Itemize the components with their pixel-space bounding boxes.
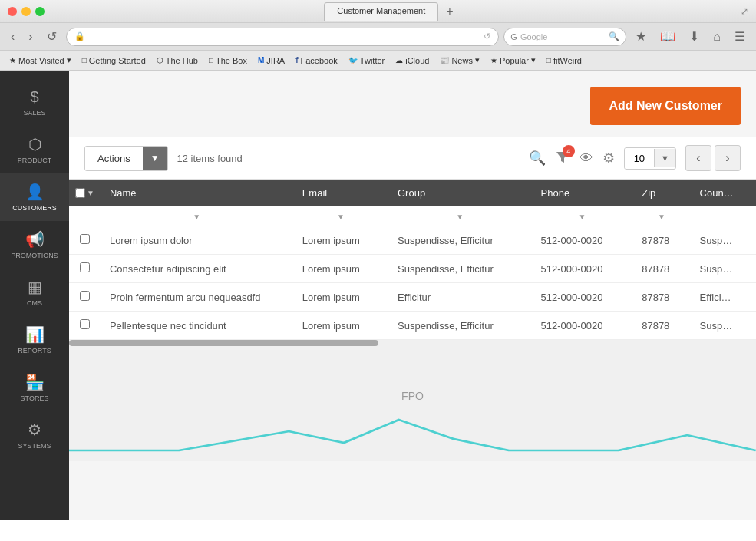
actions-label: Actions xyxy=(85,147,143,170)
row-name: Consectetur adipiscing elit xyxy=(101,255,293,283)
product-icon: ⬡ xyxy=(28,135,41,153)
maximize-button[interactable] xyxy=(35,7,45,16)
bookmark-twitter[interactable]: 🐦 Twitter xyxy=(344,54,389,67)
minimize-button[interactable] xyxy=(21,7,31,16)
row-zip: 87878 xyxy=(632,312,690,340)
app-container: $ SALES ⬡ PRODUCT 👤 CUSTOMERS 📢 PROMOTIO… xyxy=(0,71,756,520)
row-checkbox-1[interactable] xyxy=(80,262,90,272)
browser-tab[interactable]: Customer Management xyxy=(324,2,438,21)
fpo-area: FPO xyxy=(69,346,756,461)
bookmark-fitweird[interactable]: □ fitWeird xyxy=(542,54,586,67)
prev-page-button[interactable]: ‹ xyxy=(685,145,711,171)
bookmark-news[interactable]: 📰 News ▾ xyxy=(435,54,484,67)
bookmarks-bar: ★ Most Visited ▾ □ Getting Started ⬡ The… xyxy=(0,51,756,71)
sidebar-item-sales[interactable]: $ SALES xyxy=(0,79,69,126)
download-button[interactable]: ⬇ xyxy=(685,28,704,45)
bookmark-getting-started[interactable]: □ Getting Started xyxy=(78,54,150,67)
actions-arrow-icon: ▼ xyxy=(143,147,167,170)
news-icon: 📰 xyxy=(440,56,449,64)
customers-icon: 👤 xyxy=(25,183,45,201)
content-header: Add New Customer xyxy=(69,71,756,137)
header-name: Name xyxy=(101,180,293,206)
filter-group: ▼ xyxy=(388,206,532,226)
table-container: ▼ Name Email Group Phone Zip Coun… ▼ ▼ xyxy=(69,180,756,346)
facebook-icon: f xyxy=(295,56,298,64)
actions-dropdown[interactable]: Actions ▼ xyxy=(84,146,168,171)
toolbar-icons: 🔍 4 👁 ⚙ xyxy=(529,149,615,168)
row-checkbox-cell xyxy=(69,283,101,312)
row-checkbox-3[interactable] xyxy=(80,319,90,329)
header-zip: Zip xyxy=(632,180,690,206)
horizontal-scrollbar[interactable] xyxy=(69,340,756,346)
cms-icon: ▦ xyxy=(28,278,42,296)
row-checkbox-2[interactable] xyxy=(80,291,90,301)
select-all-checkbox[interactable] xyxy=(75,188,85,198)
sidebar-item-systems[interactable]: ⚙ SYSTEMS xyxy=(0,411,69,459)
resize-icon: ⤢ xyxy=(741,6,748,17)
row-checkbox-0[interactable] xyxy=(80,234,90,244)
pagination-controls: ‹ › xyxy=(685,145,741,171)
filter-icon[interactable]: 4 xyxy=(555,149,570,168)
row-phone: 512-000-0020 xyxy=(532,255,633,283)
fitweird-icon: □ xyxy=(546,56,551,64)
forward-button[interactable]: › xyxy=(24,28,37,45)
bookmark-popular[interactable]: ★ Popular ▾ xyxy=(486,54,540,67)
bookmark-jira[interactable]: M JIRA xyxy=(253,54,289,67)
header-group: Group xyxy=(388,180,532,206)
search-placeholder: Google xyxy=(520,32,606,41)
fpo-chart xyxy=(69,412,756,461)
row-email: Lorem ipsum xyxy=(293,255,388,283)
header-phone: Phone xyxy=(532,180,633,206)
settings-icon[interactable]: ⚙ xyxy=(602,150,615,167)
bookmark-facebook[interactable]: f Facebook xyxy=(291,54,342,67)
jira-icon: M xyxy=(258,56,264,64)
add-customer-button[interactable]: Add New Customer xyxy=(590,87,741,125)
table-row: Pellentesque nec tincidunt Lorem ipsum S… xyxy=(69,312,756,340)
systems-icon: ⚙ xyxy=(28,421,41,439)
filter-checkbox-col xyxy=(69,206,101,226)
row-country: Susp… xyxy=(691,312,756,340)
reading-button[interactable]: 📖 xyxy=(655,28,680,45)
home-button[interactable]: ⌂ xyxy=(708,28,725,45)
row-email: Lorem ipsum xyxy=(293,226,388,255)
refresh-button[interactable]: ↺ xyxy=(42,28,61,45)
bookmark-most-visited[interactable]: ★ Most Visited ▾ xyxy=(5,54,76,67)
popular-icon: ★ xyxy=(490,56,497,64)
sidebar-item-product[interactable]: ⬡ PRODUCT xyxy=(0,126,69,173)
filter-row: ▼ ▼ ▼ ▼ ▼ xyxy=(69,206,756,226)
row-name: Proin fermentum arcu nequeasdfd xyxy=(101,283,293,312)
browser-nav: ‹ › ↺ 🔒 ↺ G Google 🔍 ★ 📖 ⬇ ⌂ ☰ xyxy=(0,23,756,51)
search-icon: 🔍 xyxy=(609,31,619,41)
bookmark-button[interactable]: ★ xyxy=(631,28,651,45)
row-group: Suspendisse, Efficitur xyxy=(388,255,532,283)
table-body: Lorem ipsum dolor Lorem ipsum Suspendiss… xyxy=(69,226,756,340)
new-tab-button[interactable]: + xyxy=(438,2,461,21)
menu-button[interactable]: ☰ xyxy=(730,28,750,45)
row-group: Suspendisse, Efficitur xyxy=(388,312,532,340)
sidebar-item-promotions[interactable]: 📢 PROMOTIONS xyxy=(0,221,69,269)
sidebar-item-cms[interactable]: ▦ CMS xyxy=(0,269,69,316)
items-found: 12 items found xyxy=(177,153,520,164)
next-page-button[interactable]: › xyxy=(715,145,741,171)
filter-zip: ▼ xyxy=(632,206,690,226)
sidebar-item-stores[interactable]: 🏪 STORES xyxy=(0,364,69,411)
bookmark-the-box[interactable]: □ The Box xyxy=(204,54,252,67)
header-dropdown-icon[interactable]: ▼ xyxy=(87,189,94,197)
page-size-select[interactable]: 10 ▼ xyxy=(624,147,676,170)
search-icon[interactable]: 🔍 xyxy=(529,150,546,167)
bookmark-the-hub[interactable]: ⬡ The Hub xyxy=(152,54,203,67)
row-group: Efficitur xyxy=(388,283,532,312)
close-button[interactable] xyxy=(8,7,17,16)
icloud-icon: ☁ xyxy=(395,56,403,64)
row-checkbox-cell xyxy=(69,226,101,255)
url-bar[interactable]: 🔒 ↺ xyxy=(66,28,500,46)
search-bar[interactable]: G Google 🔍 xyxy=(503,28,626,46)
header-country: Coun… xyxy=(691,180,756,206)
eye-icon[interactable]: 👁 xyxy=(579,150,593,167)
row-email: Lorem ipsum xyxy=(293,283,388,312)
sidebar-item-reports[interactable]: 📊 REPORTS xyxy=(0,316,69,364)
sidebar: $ SALES ⬡ PRODUCT 👤 CUSTOMERS 📢 PROMOTIO… xyxy=(0,71,69,520)
bookmark-icloud[interactable]: ☁ iCloud xyxy=(391,54,434,67)
back-button[interactable]: ‹ xyxy=(6,28,19,45)
sidebar-item-customers[interactable]: 👤 CUSTOMERS xyxy=(0,173,69,221)
